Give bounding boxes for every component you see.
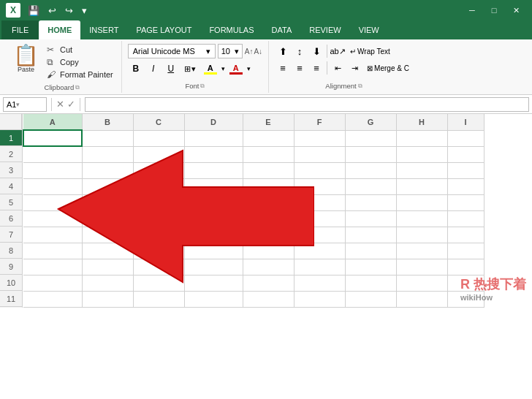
decrease-indent-button[interactable]: ⇤ (330, 61, 346, 75)
save-icon[interactable]: 💾 (25, 4, 42, 18)
grid-cell[interactable] (447, 275, 484, 291)
grid-cell[interactable] (23, 275, 82, 291)
grid-cell[interactable] (243, 194, 294, 210)
grid-cell[interactable] (133, 194, 184, 210)
align-left-button[interactable]: ≡ (275, 61, 291, 75)
grid-cell[interactable] (184, 146, 243, 162)
col-header-g[interactable]: G (345, 114, 396, 130)
highlight-color-button[interactable]: A (201, 64, 220, 75)
grid-cell[interactable] (345, 162, 396, 178)
grid-cell[interactable] (82, 178, 133, 194)
row-header-8[interactable]: 8 (0, 243, 22, 259)
grid-cell[interactable] (133, 259, 184, 275)
grid-cell[interactable] (447, 243, 484, 259)
grid-cell[interactable] (243, 227, 294, 243)
grid-cell[interactable] (184, 130, 243, 146)
row-header-6[interactable]: 6 (0, 210, 22, 227)
row-header-7[interactable]: 7 (0, 227, 22, 243)
dropdown-icon[interactable]: ▾ (79, 4, 90, 18)
font-color-arrow[interactable]: ▾ (247, 65, 251, 72)
grid-cell[interactable] (243, 178, 294, 194)
row-header-2[interactable]: 2 (0, 146, 22, 162)
increase-indent-button[interactable]: ⇥ (346, 61, 362, 75)
highlight-arrow[interactable]: ▾ (221, 65, 225, 72)
grid-cell[interactable] (447, 259, 484, 275)
grid-cell[interactable] (82, 146, 133, 162)
align-top-button[interactable]: ⬆ (275, 44, 291, 58)
tab-file[interactable]: FILE (1, 20, 39, 39)
grid-cell[interactable] (294, 291, 345, 307)
grid-cell[interactable] (243, 275, 294, 291)
row-header-1[interactable]: 1 (0, 130, 22, 146)
grid-cell[interactable] (82, 227, 133, 243)
grid-cell[interactable] (345, 291, 396, 307)
grid-cell[interactable] (294, 146, 345, 162)
grid-cell[interactable] (23, 227, 82, 243)
col-header-c[interactable]: C (133, 114, 184, 130)
bold-button[interactable]: B (128, 61, 144, 77)
grid-cell[interactable] (243, 291, 294, 307)
grid-cell[interactable] (23, 130, 82, 146)
grid-cell[interactable] (243, 162, 294, 178)
grid-cell[interactable] (396, 146, 447, 162)
tab-review[interactable]: REVIEW (300, 20, 349, 39)
font-size-dropdown[interactable]: 10 ▾ (218, 44, 243, 58)
paste-button[interactable]: 📋 Paste (9, 44, 43, 75)
font-name-dropdown[interactable]: Arial Unicode MS ▾ (128, 44, 216, 58)
row-header-10[interactable]: 10 (0, 275, 22, 291)
grid-cell[interactable] (184, 178, 243, 194)
align-center-button[interactable]: ≡ (292, 61, 308, 75)
grid-cell[interactable] (396, 291, 447, 307)
grid-cell[interactable] (23, 291, 82, 307)
grid-cell[interactable] (23, 259, 82, 275)
grid-cell[interactable] (447, 210, 484, 227)
tab-page-layout[interactable]: PAGE LAYOUT (127, 20, 200, 39)
grid-cell[interactable] (294, 162, 345, 178)
grid-cell[interactable] (133, 162, 184, 178)
grid-cell[interactable] (396, 210, 447, 227)
tab-data[interactable]: DATA (263, 20, 301, 39)
grid-cell[interactable] (447, 227, 484, 243)
grid-cell[interactable] (294, 194, 345, 210)
grid-cell[interactable] (133, 210, 184, 227)
grid-cell[interactable] (184, 194, 243, 210)
grid-cell[interactable] (82, 210, 133, 227)
clipboard-expand-icon[interactable]: ⧉ (75, 84, 80, 91)
align-bottom-button[interactable]: ⬇ (308, 44, 324, 58)
grid-cell[interactable] (345, 259, 396, 275)
grid-cell[interactable] (345, 210, 396, 227)
grid-cell[interactable] (184, 259, 243, 275)
grid-cell[interactable] (23, 243, 82, 259)
maximize-button[interactable]: □ (484, 3, 504, 18)
grid-cell[interactable] (447, 146, 484, 162)
grid-cell[interactable] (133, 146, 184, 162)
grid-cell[interactable] (82, 243, 133, 259)
grid-cell[interactable] (133, 291, 184, 307)
grid-cell[interactable] (396, 130, 447, 146)
formula-cancel-icon[interactable]: ✕ (56, 99, 64, 110)
grid-cell[interactable] (345, 243, 396, 259)
col-header-f[interactable]: F (294, 114, 345, 130)
copy-item[interactable]: ⧉ Copy (45, 56, 115, 68)
grid-cell[interactable] (243, 130, 294, 146)
cell-ref-arrow[interactable]: ▾ (16, 101, 20, 108)
redo-icon[interactable]: ↪ (62, 4, 76, 18)
grid-cell[interactable] (447, 130, 484, 146)
grid-cell[interactable] (447, 291, 484, 307)
row-header-9[interactable]: 9 (0, 259, 22, 275)
cut-item[interactable]: ✂ Cut (45, 44, 115, 56)
underline-button[interactable]: U (163, 61, 179, 77)
grid-cell[interactable] (184, 275, 243, 291)
grid-cell[interactable] (294, 275, 345, 291)
border-button[interactable]: ⊞ ▾ (180, 61, 200, 77)
grid-cell[interactable] (345, 178, 396, 194)
grid-cell[interactable] (82, 130, 133, 146)
font-increase-button[interactable]: A↑ (245, 48, 254, 56)
col-header-d[interactable]: D (184, 114, 243, 130)
close-button[interactable]: ✕ (506, 3, 526, 18)
alignment-expand-icon[interactable]: ⧉ (358, 83, 362, 90)
orientation-button[interactable]: ab↗ (330, 44, 346, 58)
grid-cell[interactable] (294, 227, 345, 243)
row-header-3[interactable]: 3 (0, 162, 22, 178)
font-expand-icon[interactable]: ⧉ (200, 83, 205, 90)
